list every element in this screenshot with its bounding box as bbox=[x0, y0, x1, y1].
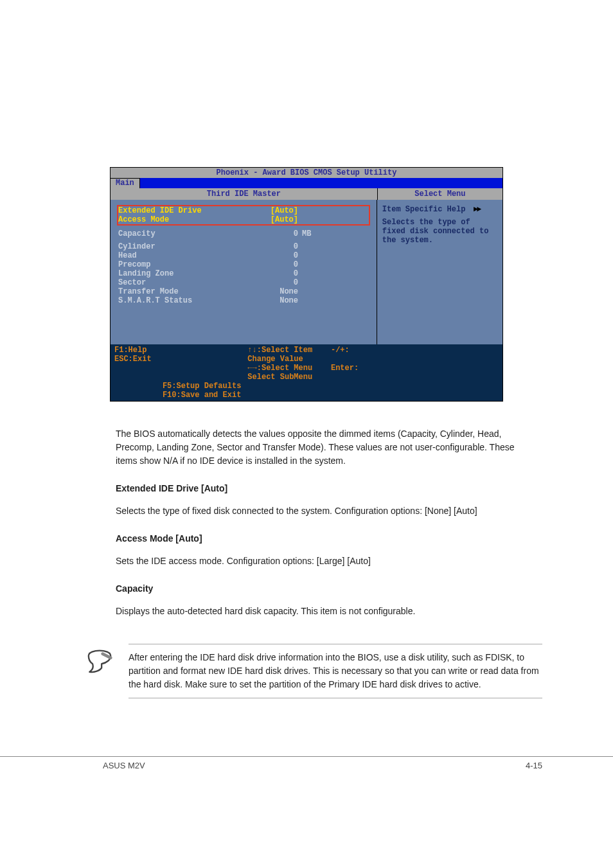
help-body: Selects the type of fixed disk connected… bbox=[382, 218, 497, 245]
help-title: Item Specific Help bbox=[382, 205, 466, 214]
info-landing-zone: Landing Zone 0 bbox=[118, 269, 369, 278]
selected-item-group: Extended IDE Drive [Auto] Access Mode [A… bbox=[117, 205, 370, 226]
note-text: After entering the IDE hard disk drive i… bbox=[129, 644, 542, 698]
setting-label: Access Mode bbox=[118, 215, 247, 224]
paragraph-capacity: Displays the auto-detected hard disk cap… bbox=[116, 605, 536, 618]
tab-main[interactable]: Main bbox=[111, 178, 140, 188]
footer-left: ASUS M2V bbox=[103, 761, 145, 770]
info-value: 0 bbox=[247, 242, 298, 251]
panel-title: Third IDE Master bbox=[111, 188, 378, 200]
hint-f1-help: F1:Help bbox=[114, 346, 241, 355]
heading-access-mode: Access Mode [Auto] bbox=[116, 532, 536, 545]
info-label: Capacity bbox=[118, 229, 247, 238]
paragraph-extended-ide-drive: Selects the type of fixed disk connected… bbox=[116, 504, 536, 518]
info-precomp: Precomp 0 bbox=[118, 260, 369, 269]
info-value: None bbox=[247, 296, 298, 305]
footer-help: F1:Help ESC:Exit bbox=[114, 346, 241, 382]
setting-access-mode[interactable]: Access Mode [Auto] bbox=[118, 215, 369, 224]
info-sector: Sector 0 bbox=[118, 278, 369, 287]
info-label: S.M.A.R.T Status bbox=[118, 296, 247, 305]
setting-label: Extended IDE Drive bbox=[118, 206, 247, 215]
fast-forward-icon: ►► bbox=[470, 205, 481, 214]
info-value: 0 bbox=[247, 269, 298, 278]
info-unit: MB bbox=[298, 229, 311, 238]
info-value: 0 bbox=[247, 278, 298, 287]
bios-footer: F1:Help ESC:Exit ↑↓:Select Item -/+: Cha… bbox=[111, 344, 502, 401]
info-cylinder: Cylinder 0 bbox=[118, 242, 369, 251]
bios-settings-panel: Extended IDE Drive [Auto] Access Mode [A… bbox=[111, 200, 377, 344]
setting-extended-ide-drive[interactable]: Extended IDE Drive [Auto] bbox=[118, 206, 369, 215]
hint-f10-save-exit: F10:Save and Exit bbox=[114, 391, 241, 400]
note-icon bbox=[84, 644, 116, 676]
page-footer: ASUS M2V 4-15 bbox=[0, 756, 613, 790]
heading-extended-ide-drive: Extended IDE Drive [Auto] bbox=[116, 482, 536, 495]
info-label: Precomp bbox=[118, 260, 247, 269]
bios-tabbar: Main bbox=[111, 178, 502, 188]
footer-defaults: F5:Setup Defaults F10:Save and Exit bbox=[114, 382, 241, 400]
info-value: 0 bbox=[247, 260, 298, 269]
select-menu-title: Select Menu bbox=[378, 188, 502, 200]
setting-value: [Auto] bbox=[247, 215, 298, 224]
info-label: Landing Zone bbox=[118, 269, 247, 278]
heading-capacity: Capacity bbox=[116, 582, 536, 596]
info-label: Transfer Mode bbox=[118, 287, 247, 296]
paragraph-intro: The BIOS automatically detects the value… bbox=[116, 427, 536, 468]
page-body-text: The BIOS automatically detects the value… bbox=[116, 427, 536, 618]
info-value: 0 bbox=[247, 251, 298, 260]
info-head: Head 0 bbox=[118, 251, 369, 260]
info-label: Sector bbox=[118, 278, 247, 287]
hint-select-menu: ←→:Select Menu bbox=[247, 364, 312, 373]
bios-title: Phoenix - Award BIOS CMOS Setup Utility bbox=[111, 168, 502, 178]
info-capacity: Capacity 0 MB bbox=[118, 229, 369, 238]
info-transfer-mode: Transfer Mode None bbox=[118, 287, 369, 296]
hint-select-item: ↑↓:Select Item bbox=[247, 346, 312, 355]
hint-esc-exit: ESC:Exit bbox=[114, 355, 241, 364]
info-value: None bbox=[247, 287, 298, 296]
info-label: Cylinder bbox=[118, 242, 247, 251]
footer-nav: ↑↓:Select Item -/+: Change Value ←→:Sele… bbox=[241, 346, 374, 382]
bios-window: Phoenix - Award BIOS CMOS Setup Utility … bbox=[110, 167, 503, 402]
hint-f5-setup-defaults: F5:Setup Defaults bbox=[114, 382, 241, 391]
setting-value: [Auto] bbox=[247, 206, 298, 215]
paragraph-access-mode: Sets the IDE access mode. Configuration … bbox=[116, 554, 536, 568]
bios-panel-headers: Third IDE Master Select Menu bbox=[111, 188, 502, 200]
footer-right: 4-15 bbox=[526, 761, 542, 770]
info-value: 0 bbox=[247, 229, 298, 238]
note-block: After entering the IDE hard disk drive i… bbox=[84, 644, 542, 698]
info-smart-status: S.M.A.R.T Status None bbox=[118, 296, 369, 305]
bios-help-panel: Item Specific Help ►► Selects the type o… bbox=[377, 200, 502, 344]
info-label: Head bbox=[118, 251, 247, 260]
